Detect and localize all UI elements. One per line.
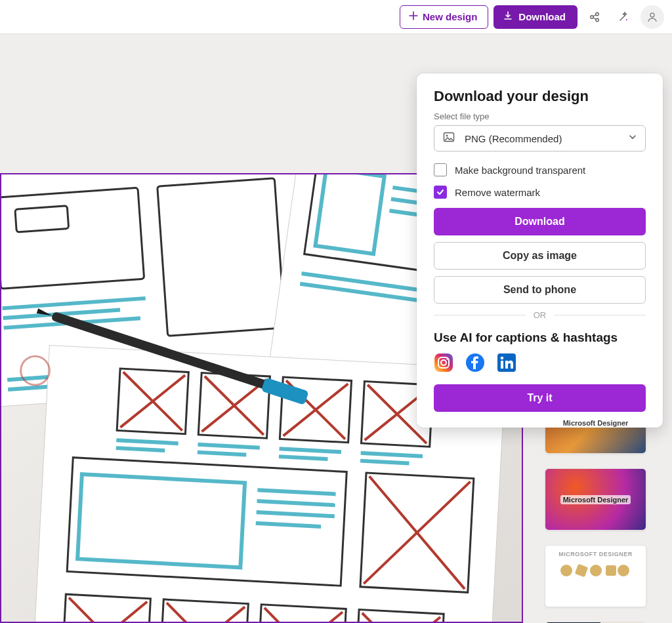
top-toolbar: New design Download [0,0,672,34]
facebook-icon[interactable] [465,353,485,372]
plus-icon [408,10,419,23]
svg-point-4 [650,13,654,17]
svg-rect-76 [574,563,588,577]
file-type-select[interactable]: PNG (Recommended) [434,125,646,151]
svg-point-3 [626,19,627,20]
svg-point-75 [560,565,572,576]
send-to-phone-button[interactable]: Send to phone [434,276,646,304]
magic-icon-button[interactable] [612,5,635,29]
share-icon-button[interactable] [583,5,606,29]
image-icon [442,131,455,146]
or-divider: OR [434,310,646,320]
svg-point-2 [596,18,598,21]
thumbnail-label: Microsoft Designer [560,495,631,504]
ai-captions-title: Use AI for captions & hashtags [434,331,646,345]
new-design-label: New design [423,11,477,22]
svg-point-0 [591,15,593,18]
instagram-icon[interactable] [434,353,453,372]
svg-point-77 [590,565,602,576]
person-icon [646,11,658,23]
download-panel: Download your design Select file type PN… [417,73,663,428]
new-design-button[interactable]: New design [400,5,488,29]
transparent-bg-label: Make background transparent [455,165,585,176]
svg-point-1 [596,12,598,15]
thumbnail-label: MICROSOFT DESIGNER [558,551,633,557]
file-type-label: Select file type [434,111,646,121]
template-thumbnail[interactable]: MICROSOFT DESIGNER [545,545,646,607]
remove-watermark-checkbox[interactable]: Remove watermark [434,186,646,199]
checkbox-unchecked-icon [434,163,447,176]
panel-download-button[interactable]: Download [434,208,646,235]
svg-point-79 [618,565,629,576]
svg-line-61 [360,461,409,464]
copy-as-image-button[interactable]: Copy as image [434,242,646,270]
divider-label: OR [534,310,547,320]
download-button[interactable]: Download [494,5,578,29]
transparent-bg-checkbox[interactable]: Make background transparent [434,163,646,176]
remove-watermark-label: Remove watermark [455,187,540,198]
thumbnail-label: Microsoft Designer [563,419,629,427]
template-thumbnail[interactable]: Microsoft Designer [545,468,646,531]
try-it-button[interactable]: Try it [434,384,646,412]
share-icon [588,10,601,24]
account-button[interactable] [640,5,664,29]
magic-wand-icon [617,10,630,24]
svg-point-89 [501,357,504,360]
download-icon [503,10,513,23]
svg-rect-78 [606,565,616,576]
svg-line-59 [279,456,327,459]
svg-line-57 [198,452,246,455]
social-icons-row [434,353,646,372]
file-type-value: PNG (Recommended) [465,133,619,144]
svg-line-55 [116,448,165,451]
checkbox-checked-icon [434,186,447,199]
chevron-down-icon [628,132,637,144]
svg-point-81 [446,135,448,137]
linkedin-icon[interactable] [497,353,516,372]
download-label: Download [518,11,566,22]
workspace: Microsoft Designer Microsoft Designer MI… [0,34,672,623]
svg-rect-82 [434,353,453,372]
svg-point-85 [446,358,448,360]
svg-rect-88 [501,361,503,369]
panel-title: Download your design [434,88,646,105]
